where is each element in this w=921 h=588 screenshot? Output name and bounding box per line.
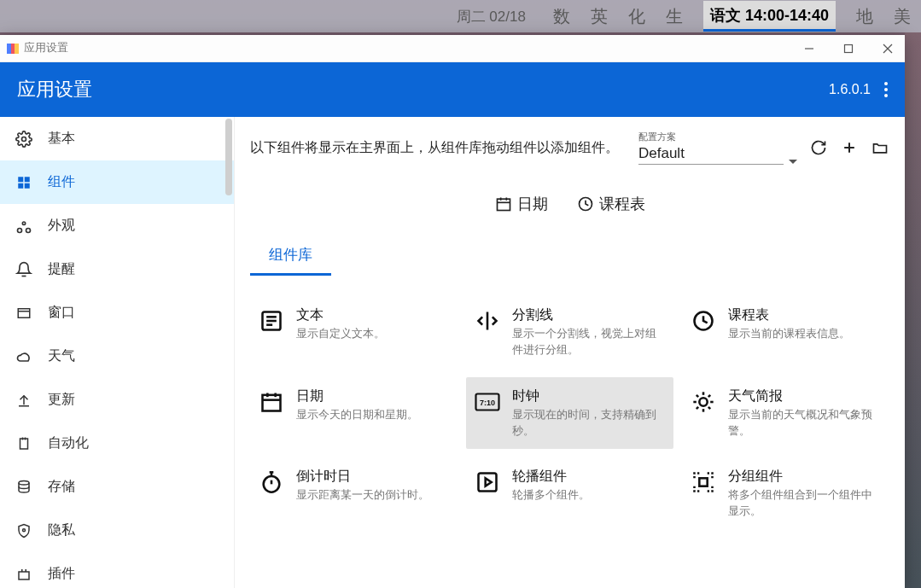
upload-icon	[15, 392, 32, 409]
sidebar-item-privacy[interactable]: 隐私	[0, 509, 234, 552]
cloud-icon	[15, 348, 32, 365]
svg-point-20	[23, 528, 26, 531]
titlebar[interactable]: 应用设置	[0, 35, 905, 62]
sidebar-item-basic[interactable]: 基本	[0, 117, 234, 160]
subject-item[interactable]: 数	[553, 5, 570, 28]
subject-item[interactable]: 生	[666, 5, 683, 28]
svg-text:7:10: 7:10	[480, 399, 495, 407]
subject-item[interactable]: 地	[856, 5, 873, 28]
sidebar-item-components[interactable]: 组件	[0, 160, 234, 204]
sidebar-item-label: 更新	[48, 391, 75, 409]
svg-marker-57	[486, 479, 492, 486]
widget-card-carousel[interactable]: 轮播组件轮播多个组件。	[466, 457, 673, 530]
sidebar-item-label: 组件	[48, 173, 75, 191]
svg-point-4	[22, 137, 26, 141]
sidebar-item-automation[interactable]: 自动化	[0, 422, 234, 465]
gear-icon	[15, 131, 32, 148]
widget-card-group[interactable]: 分组组件将多个组件组合到一个组件中显示。	[682, 457, 889, 530]
sidebar-item-label: 隐私	[48, 521, 75, 539]
widget-card-text[interactable]: 文本显示自定义文本。	[250, 296, 458, 369]
close-button[interactable]	[883, 44, 898, 54]
main-panel: 以下组件将显示在主界面上，从组件库拖动组件以添加组件。 配置方案 Default…	[235, 117, 905, 588]
group-icon	[691, 469, 716, 495]
widget-card-timetable[interactable]: 课程表显示当前的课程表信息。	[682, 296, 889, 369]
maximize-button[interactable]	[843, 44, 859, 54]
refresh-button[interactable]	[809, 138, 828, 157]
sidebar-item-window[interactable]: 窗口	[0, 291, 234, 335]
sidebar-item-label: 存储	[48, 478, 75, 496]
svg-point-43	[699, 398, 707, 405]
sidebar-item-appearance[interactable]: 外观	[0, 204, 234, 247]
settings-window: 应用设置 应用设置 1.6.0.1 基本	[0, 35, 905, 588]
svg-rect-8	[25, 183, 30, 188]
sidebar: 基本 组件 外观 提醒 窗口 天气	[0, 117, 235, 588]
folder-button[interactable]	[871, 138, 889, 157]
scheme-label: 配置方案	[638, 131, 797, 143]
preview-timetable[interactable]: 课程表	[577, 194, 645, 214]
svg-rect-56	[479, 474, 497, 492]
database-icon	[15, 479, 32, 496]
subject-item[interactable]: 美	[894, 5, 911, 28]
subject-item-active[interactable]: 语文 14:00-14:40	[703, 1, 836, 32]
svg-rect-37	[263, 395, 281, 411]
tab-row: 组件库	[250, 245, 889, 276]
preview-row: 日期 课程表	[250, 194, 889, 214]
sidebar-item-weather[interactable]: 天气	[0, 335, 234, 378]
widget-grid: 文本显示自定义文本。 分割线显示一个分割线，视觉上对组件进行分组。 课程表显示当…	[250, 296, 889, 530]
scheme-select[interactable]: 配置方案 Default	[638, 131, 797, 165]
play-icon	[475, 469, 500, 495]
hint-text: 以下组件将显示在主界面上，从组件库拖动组件以添加组件。	[250, 139, 627, 157]
clock-icon	[577, 195, 594, 212]
more-menu-button[interactable]	[884, 82, 888, 97]
minimize-button[interactable]	[804, 44, 819, 54]
svg-rect-1	[845, 44, 853, 52]
widget-card-divider[interactable]: 分割线显示一个分割线，视觉上对组件进行分组。	[466, 296, 673, 369]
svg-rect-21	[19, 572, 29, 579]
sidebar-item-label: 插件	[48, 565, 75, 583]
sidebar-item-storage[interactable]: 存储	[0, 465, 234, 509]
subject-item[interactable]: 英	[591, 5, 608, 28]
schedule-date: 周二 02/18	[457, 7, 526, 26]
widget-card-date[interactable]: 日期显示今天的日期和星期。	[250, 377, 458, 450]
chevron-down-icon	[789, 160, 797, 165]
sidebar-item-label: 自动化	[48, 434, 89, 452]
widget-card-weather[interactable]: 天气简报显示当前的天气概况和气象预警。	[682, 377, 889, 450]
svg-rect-58	[699, 479, 707, 486]
tab-library[interactable]: 组件库	[250, 245, 331, 276]
appearance-icon	[15, 218, 32, 235]
sidebar-item-label: 基本	[48, 130, 75, 148]
svg-rect-12	[18, 308, 30, 317]
svg-rect-6	[25, 177, 30, 182]
calendar-icon	[495, 195, 512, 212]
preview-date[interactable]: 日期	[495, 194, 548, 214]
widget-card-clock[interactable]: 7:10 时钟显示现在的时间，支持精确到秒。	[466, 377, 673, 450]
version-label: 1.6.0.1	[829, 82, 871, 97]
add-button[interactable]	[840, 138, 859, 157]
window-title: 应用设置	[24, 41, 68, 55]
automation-icon	[15, 435, 32, 452]
scheme-value: Default	[638, 143, 784, 165]
bell-icon	[15, 261, 32, 278]
sidebar-item-update[interactable]: 更新	[0, 378, 234, 422]
sidebar-item-label: 窗口	[48, 304, 75, 322]
app-icon	[7, 44, 19, 54]
svg-point-11	[26, 228, 31, 232]
svg-rect-26	[497, 199, 510, 210]
svg-rect-5	[18, 177, 23, 182]
divider-icon	[475, 308, 500, 334]
svg-line-51	[697, 407, 698, 409]
sidebar-item-plugins[interactable]: 插件	[0, 552, 234, 588]
sidebar-scrollbar[interactable]	[224, 117, 234, 588]
clock-icon	[691, 308, 716, 334]
sidebar-item-reminders[interactable]: 提醒	[0, 247, 234, 291]
plugin-icon	[15, 566, 32, 583]
page-title: 应用设置	[17, 77, 92, 102]
sidebar-item-label: 提醒	[48, 260, 75, 278]
subject-item[interactable]: 化	[628, 5, 645, 28]
svg-rect-16	[20, 439, 28, 449]
header: 应用设置 1.6.0.1	[0, 62, 905, 117]
widget-card-countdown[interactable]: 倒计时日显示距离某一天的倒计时。	[250, 457, 458, 530]
svg-point-10	[18, 228, 22, 232]
wallpaper-edge	[905, 32, 921, 588]
schedule-bar: 周二 02/18 数 英 化 生 语文 14:00-14:40 地 美	[0, 0, 921, 32]
